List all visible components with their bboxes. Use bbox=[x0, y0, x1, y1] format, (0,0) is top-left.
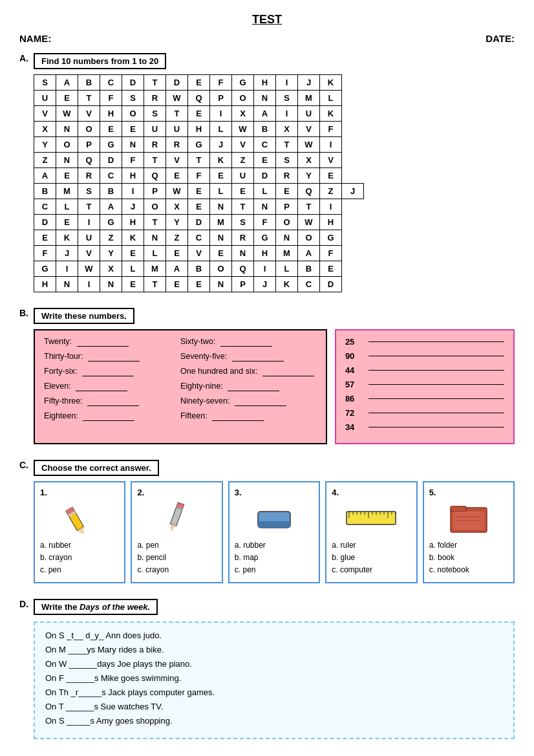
grid-cell: L bbox=[56, 199, 78, 215]
grid-cell: D bbox=[100, 153, 122, 168]
grid-cell: K bbox=[320, 106, 342, 122]
grid-cell: R bbox=[232, 230, 254, 246]
grid-cell: E bbox=[320, 168, 342, 184]
grid-cell: C bbox=[254, 137, 276, 153]
grid-cell: A bbox=[100, 199, 122, 215]
write-line[interactable] bbox=[262, 367, 314, 376]
write-col-right: Sixty-two: bbox=[180, 337, 317, 347]
grid-cell: M bbox=[298, 91, 320, 106]
grid-cell: C bbox=[188, 230, 210, 246]
grid-cell: I bbox=[320, 137, 342, 153]
grid-cell: O bbox=[298, 230, 320, 246]
section-a-label: A. bbox=[19, 53, 28, 63]
write-line[interactable] bbox=[87, 396, 139, 406]
svg-rect-10 bbox=[347, 512, 396, 524]
numbers-write-box: Twenty: Sixty-two: Thirty-four: Seventy-… bbox=[34, 329, 327, 444]
card-option: c. notebook bbox=[429, 564, 469, 576]
number-line[interactable] bbox=[368, 413, 504, 413]
grid-cell: L bbox=[254, 184, 276, 199]
grid-cell: E bbox=[100, 122, 122, 137]
grid-cell: A bbox=[254, 106, 276, 122]
grid-cell: H bbox=[122, 168, 144, 184]
grid-cell: C bbox=[100, 168, 122, 184]
write-row: Twenty: Sixty-two: bbox=[44, 337, 317, 347]
write-line[interactable] bbox=[212, 411, 264, 421]
grid-cell: J bbox=[56, 246, 78, 261]
grid-cell: F bbox=[122, 153, 144, 168]
grid-cell: B bbox=[254, 122, 276, 137]
grid-cell: X bbox=[166, 199, 188, 215]
card-icon bbox=[235, 500, 314, 535]
write-col-right: Seventy-five: bbox=[180, 352, 317, 362]
grid-cell: T bbox=[144, 153, 166, 168]
grid-cell: F bbox=[188, 168, 210, 184]
number-list-row: 25 bbox=[345, 337, 504, 347]
grid-cell: E bbox=[210, 246, 232, 261]
number-line[interactable] bbox=[368, 341, 504, 342]
grid-cell: N bbox=[210, 230, 232, 246]
number-list-row: 57 bbox=[345, 380, 504, 389]
item-card: 5. a. folderb. bookc. notebook bbox=[423, 481, 515, 583]
write-line[interactable] bbox=[228, 382, 279, 391]
number-line[interactable] bbox=[368, 384, 504, 385]
grid-cell: Z bbox=[100, 230, 122, 246]
write-line[interactable] bbox=[220, 337, 272, 347]
number-line[interactable] bbox=[368, 398, 504, 399]
section-c-label: C. bbox=[19, 460, 28, 470]
write-col-left: Fifty-three: bbox=[44, 396, 180, 406]
grid-cell: Q bbox=[78, 153, 100, 168]
grid-cell: N bbox=[276, 230, 298, 246]
grid-cell: V bbox=[298, 122, 320, 137]
grid-cell: D bbox=[320, 277, 342, 292]
grid-cell: Z bbox=[320, 184, 342, 199]
number-list-row: 72 bbox=[345, 408, 504, 418]
write-col-right: Eighty-nine: bbox=[180, 382, 317, 391]
grid-cell: D bbox=[188, 215, 210, 230]
grid-cell: T bbox=[78, 91, 100, 106]
grid-cell: N bbox=[56, 277, 78, 292]
grid-cell: E bbox=[276, 184, 298, 199]
grid-cell: U bbox=[232, 168, 254, 184]
card-option: a. ruler bbox=[332, 539, 372, 552]
write-line[interactable] bbox=[76, 382, 127, 391]
grid-cell: P bbox=[210, 91, 232, 106]
grid-cell: Z bbox=[232, 153, 254, 168]
write-row: Forty-six: One hundred and six: bbox=[44, 367, 317, 376]
grid-cell: A bbox=[56, 75, 78, 91]
write-line[interactable] bbox=[77, 337, 129, 347]
grid-cell: U bbox=[298, 106, 320, 122]
grid-cell: T bbox=[144, 75, 166, 91]
numbers-list-box: 25904457867234 bbox=[335, 329, 515, 444]
number-line[interactable] bbox=[368, 427, 504, 427]
grid-cell: G bbox=[320, 230, 342, 246]
grid-cell: T bbox=[232, 199, 254, 215]
section-a-instruction: Find 10 numbers from 1 to 20 bbox=[34, 53, 166, 69]
grid-cell: U bbox=[144, 122, 166, 137]
grid-cell: E bbox=[56, 91, 78, 106]
card-option: b. pencil bbox=[137, 552, 169, 564]
number-value: 57 bbox=[345, 380, 366, 389]
grid-cell: H bbox=[100, 106, 122, 122]
write-col-right: Fifteen: bbox=[180, 411, 317, 421]
grid-cell: N bbox=[210, 277, 232, 292]
number-line[interactable] bbox=[368, 370, 504, 371]
write-col-left: Eleven: bbox=[44, 382, 180, 391]
grid-cell: X bbox=[276, 122, 298, 137]
grid-cell: S bbox=[34, 75, 56, 91]
grid-cell: W bbox=[56, 106, 78, 122]
grid-cell: T bbox=[276, 137, 298, 153]
write-line[interactable] bbox=[82, 367, 134, 376]
write-line[interactable] bbox=[232, 352, 284, 362]
number-line[interactable] bbox=[368, 356, 504, 356]
write-col-right: Ninety-seven: bbox=[180, 396, 317, 406]
grid-cell: Y bbox=[166, 215, 188, 230]
write-line[interactable] bbox=[88, 352, 140, 362]
grid-cell: G bbox=[100, 215, 122, 230]
grid-cell: X bbox=[100, 261, 122, 277]
grid-cell: E bbox=[210, 168, 232, 184]
write-line[interactable] bbox=[235, 396, 286, 406]
write-line[interactable] bbox=[83, 411, 134, 421]
grid-cell: K bbox=[320, 75, 342, 91]
grid-cell: K bbox=[122, 230, 144, 246]
grid-cell: G bbox=[188, 137, 210, 153]
